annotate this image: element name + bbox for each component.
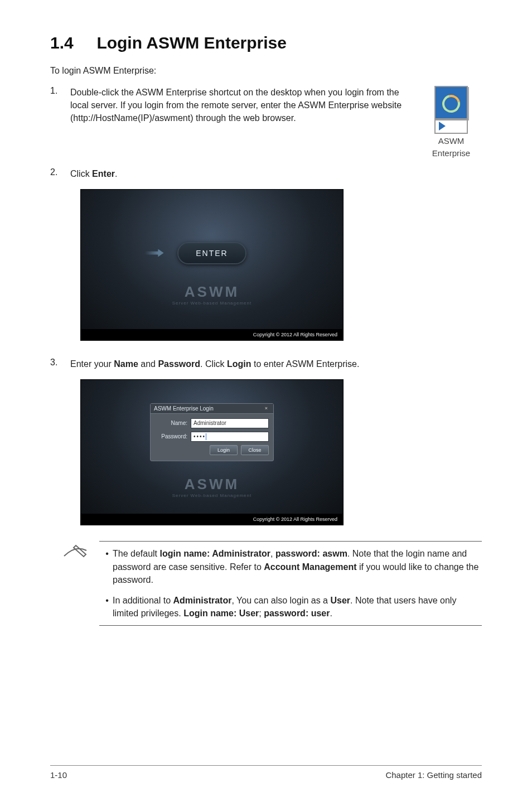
n2i: . bbox=[330, 608, 332, 618]
step-3: 3. Enter your Name and Password. Click L… bbox=[50, 357, 482, 370]
note-content: • The default login name: Administrator,… bbox=[99, 541, 482, 626]
icon-label-line1: ASWM bbox=[420, 136, 482, 146]
s3c: and bbox=[138, 359, 158, 369]
n1d: password: aswm bbox=[275, 549, 347, 558]
intro-text: To login ASWM Enterprise: bbox=[50, 66, 482, 76]
shortcut-arrow-icon bbox=[434, 119, 468, 134]
close-icon[interactable]: × bbox=[263, 405, 270, 411]
step-1-number: 1. bbox=[50, 86, 70, 96]
pencil-note-icon bbox=[61, 541, 99, 561]
n1c: , bbox=[270, 549, 275, 558]
step2-part-a: Click bbox=[70, 169, 92, 178]
step-2: 2. Click Enter. bbox=[50, 167, 482, 180]
copyright-bar-2: Copyright © 2012 All Rights Reserved bbox=[81, 514, 343, 525]
step-3-number: 3. bbox=[50, 357, 70, 368]
aswm-logo-sub: Server Web-based Management bbox=[172, 301, 252, 306]
login-button[interactable]: Login bbox=[210, 445, 238, 455]
copyright-bar: Copyright © 2012 All Rights Reserved bbox=[81, 329, 343, 340]
n2g: ; bbox=[259, 608, 264, 618]
screenshot-bg bbox=[81, 190, 343, 340]
note-1-text: The default login name: Administrator, p… bbox=[113, 547, 480, 586]
close-button[interactable]: Close bbox=[241, 445, 269, 455]
section-title: 1.4 Login ASWM Enterprise bbox=[50, 33, 482, 52]
aswm-logo2-sub: Server Web-based Management bbox=[172, 493, 252, 498]
n2d: User bbox=[330, 596, 350, 605]
login-screenshot: ASWM Enterprise Login × Name: Administra… bbox=[80, 379, 344, 525]
login-dialog: ASWM Enterprise Login × Name: Administra… bbox=[150, 403, 274, 461]
step-3-text: Enter your Name and Password. Click Logi… bbox=[70, 357, 482, 370]
login-buttons-row: Login Close bbox=[155, 445, 269, 455]
step-1-text: Double-click the ASWM Enterprise shortcu… bbox=[70, 86, 414, 125]
desktop-shortcut-block: ASWM Enterprise bbox=[420, 86, 482, 158]
n2a: In additional to bbox=[113, 596, 173, 605]
password-label: Password: bbox=[155, 433, 191, 439]
n1a: The default bbox=[113, 549, 160, 558]
step2-part-c: . bbox=[115, 169, 117, 178]
page: 1.4 Login ASWM Enterprise To login ASWM … bbox=[0, 0, 532, 802]
chapter-label: Chapter 1: Getting started bbox=[385, 770, 482, 780]
s3f: Login bbox=[227, 359, 252, 369]
step2-bold: Enter bbox=[92, 169, 115, 178]
password-value: •••• bbox=[194, 433, 206, 439]
aswm-logo2-text: ASWM bbox=[172, 476, 252, 493]
note-block: • The default login name: Administrator,… bbox=[61, 541, 482, 626]
name-value: Administrator bbox=[194, 420, 226, 426]
name-input[interactable]: Administrator bbox=[191, 418, 269, 428]
n2h: password: user bbox=[264, 608, 330, 618]
bullet-dot: • bbox=[101, 547, 113, 586]
page-number: 1-10 bbox=[50, 770, 67, 780]
page-footer: 1-10 Chapter 1: Getting started bbox=[50, 765, 482, 780]
s3d: Password bbox=[158, 359, 200, 369]
s3g: to enter ASWM Enterprise. bbox=[252, 359, 360, 369]
aswm-logo-block: ASWM Server Web-based Management bbox=[172, 283, 252, 306]
aswm-enterprise-icon[interactable] bbox=[434, 86, 468, 119]
step-2-text: Click Enter. bbox=[70, 167, 482, 180]
enter-screenshot: ENTER ASWM Server Web-based Management C… bbox=[80, 189, 344, 341]
login-dialog-titlebar: ASWM Enterprise Login × bbox=[151, 404, 273, 414]
note-2-text: In additional to Administrator, You can … bbox=[113, 594, 480, 620]
login-dialog-title: ASWM Enterprise Login bbox=[154, 405, 214, 412]
step-2-number: 2. bbox=[50, 167, 70, 177]
aswm-logo-text: ASWM bbox=[172, 283, 252, 301]
name-label: Name: bbox=[155, 420, 191, 426]
n2f: Login name: User bbox=[183, 608, 259, 618]
icon-label-line2: Enterprise bbox=[420, 148, 482, 158]
note-1: • The default login name: Administrator,… bbox=[101, 547, 480, 586]
password-input[interactable]: •••• bbox=[191, 432, 269, 442]
n2c: , You can also login as a bbox=[231, 596, 330, 605]
bullet-dot-2: • bbox=[101, 594, 113, 620]
name-row: Name: Administrator bbox=[155, 418, 269, 428]
step-1: 1. Double-click the ASWM Enterprise shor… bbox=[50, 86, 482, 158]
note-2: • In additional to Administrator, You ca… bbox=[101, 594, 480, 620]
enter-button[interactable]: ENTER bbox=[178, 243, 245, 263]
login-body: Name: Administrator Password: •••• Login… bbox=[151, 414, 273, 461]
n1b: login name: Administrator bbox=[160, 549, 271, 558]
password-row: Password: •••• bbox=[155, 432, 269, 442]
s3b: Name bbox=[114, 359, 138, 369]
caret-icon bbox=[206, 433, 206, 440]
aswm-logo2-block: ASWM Server Web-based Management bbox=[172, 476, 252, 498]
s3a: Enter your bbox=[70, 359, 114, 369]
n2b: Administrator bbox=[173, 596, 232, 605]
n1f: Account Management bbox=[264, 562, 356, 572]
s3e: . Click bbox=[200, 359, 227, 369]
